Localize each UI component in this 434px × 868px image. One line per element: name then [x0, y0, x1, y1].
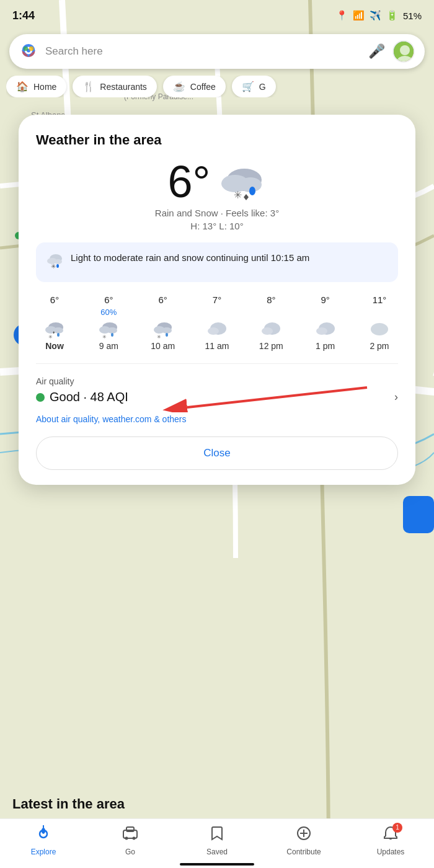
wifi-icon: 📶 — [353, 10, 365, 21]
svg-rect-14 — [403, 496, 434, 533]
weather-icon-main: ✳ — [216, 160, 266, 203]
chip-restaurants-label: Restaurants — [100, 82, 146, 92]
svg-point-53 — [262, 327, 273, 335]
svg-line-58 — [187, 388, 367, 407]
status-time: 1:44 — [12, 9, 35, 22]
grocery-icon: 🛒 — [242, 81, 254, 92]
latest-section: Latest in the area — [12, 796, 422, 818]
air-quality-chevron[interactable]: › — [394, 391, 398, 404]
close-button[interactable]: Close — [36, 436, 398, 470]
go-label: Go — [125, 848, 135, 856]
air-quality-row[interactable]: Good · 48 AQI › — [36, 390, 398, 404]
nav-updates[interactable]: 1 Updates — [347, 825, 434, 856]
nav-saved[interactable]: Saved — [174, 825, 260, 856]
air-quality-dot — [36, 393, 45, 402]
hour-10am: 6° ✳ 10 am — [144, 294, 182, 351]
temperature-row: 6° ✳ — [36, 159, 398, 204]
svg-point-33 — [56, 264, 59, 268]
location-icon: 📍 — [336, 10, 348, 21]
weather-alert: ✳ Light to moderate rain and snow contin… — [36, 242, 398, 282]
svg-point-56 — [371, 323, 388, 335]
svg-point-61 — [42, 829, 45, 833]
svg-point-65 — [133, 836, 136, 839]
hour-now: 6° ✳ Now — [36, 294, 73, 351]
air-quality-label: Good · 48 AQI — [50, 390, 128, 404]
svg-point-19 — [29, 46, 34, 51]
air-quality-status: Good · 48 AQI — [36, 390, 128, 404]
chip-grocery[interactable]: 🛒 G — [232, 76, 276, 97]
google-maps-logo — [19, 42, 38, 61]
chip-coffee[interactable]: ☕ Coffee — [163, 76, 226, 97]
svg-point-18 — [24, 46, 29, 51]
svg-text:✳: ✳ — [51, 263, 56, 270]
hour-12pm: 8° 12 pm — [252, 294, 290, 351]
svg-point-36 — [53, 327, 63, 334]
latest-title: Latest in the area — [12, 796, 422, 812]
saved-label: Saved — [206, 848, 228, 856]
battery-percent: 51% — [403, 11, 422, 21]
explore-label: Explore — [31, 848, 56, 856]
bottom-nav: Explore Go Saved Contribute 1 Updates — [0, 818, 434, 868]
svg-text:✳: ✳ — [157, 334, 161, 339]
svg-point-42 — [107, 327, 117, 334]
chip-coffee-label: Coffee — [190, 82, 216, 92]
updates-label: Updates — [377, 848, 405, 856]
nav-contribute[interactable]: Contribute — [260, 825, 347, 856]
hour-11am: 7° 11 am — [198, 294, 236, 351]
svg-text:✳: ✳ — [234, 190, 242, 200]
svg-text:✳: ✳ — [102, 334, 107, 339]
hourly-forecast: 6° ✳ Now 6° 60% ✳ 9 am 6° ✳ 10 am 7° 11 … — [36, 294, 398, 364]
category-chips: 🏠 Home 🍴 Restaurants ☕ Coffee 🛒 G — [6, 76, 428, 97]
weather-modal: Weather in the area 6° ✳ Rain and Snow ·… — [19, 115, 415, 485]
search-bar[interactable]: Search here 🎤 — [9, 34, 425, 69]
red-arrow-indicator — [138, 381, 373, 412]
svg-point-55 — [316, 327, 327, 335]
microphone-icon[interactable]: 🎤 — [368, 43, 385, 60]
svg-point-21 — [400, 45, 410, 55]
explore-icon — [35, 825, 51, 845]
svg-marker-28 — [244, 194, 249, 200]
air-quality-section: Air quality Good · 48 AQI › — [36, 376, 398, 404]
nav-explore[interactable]: Explore — [0, 825, 87, 856]
user-avatar[interactable] — [392, 40, 415, 63]
home-indicator — [180, 863, 254, 866]
restaurants-icon: 🍴 — [82, 81, 95, 92]
hour-2pm: 11° 2 pm — [361, 294, 398, 351]
updates-badge: 1 — [392, 823, 402, 833]
svg-point-64 — [125, 836, 128, 839]
contribute-icon — [296, 825, 312, 845]
high-low: H: 13° L: 10° — [36, 221, 398, 231]
svg-point-48 — [166, 333, 168, 337]
alert-text: Light to moderate rain and snow continui… — [71, 251, 309, 264]
updates-badge-wrap: 1 — [383, 825, 399, 845]
status-bar: 1:44 📍 📶 ✈️ 🔋 51% — [0, 0, 434, 31]
coffee-icon: ☕ — [173, 81, 185, 92]
hour-1pm: 9° 1 pm — [307, 294, 344, 351]
alert-cloud-icon: ✳ — [46, 252, 63, 273]
feels-like: Rain and Snow · Feels like: 3° — [36, 208, 398, 218]
airplane-icon: ✈️ — [370, 10, 381, 21]
temperature: 6° — [168, 159, 211, 204]
weather-title: Weather in the area — [36, 132, 398, 148]
svg-point-47 — [162, 327, 172, 334]
saved-icon — [209, 825, 225, 845]
chip-grocery-label: G — [259, 82, 266, 92]
svg-point-37 — [57, 333, 60, 337]
svg-text:✳: ✳ — [48, 334, 53, 339]
go-icon — [122, 825, 138, 845]
hour-9am: 6° 60% ✳ 9 am — [90, 294, 127, 351]
search-placeholder: Search here — [45, 45, 361, 58]
home-icon: 🏠 — [16, 81, 29, 92]
chip-home-label: Home — [33, 82, 56, 92]
svg-point-26 — [249, 187, 255, 195]
status-icons: 📍 📶 ✈️ 🔋 51% — [336, 10, 422, 21]
battery-icon: 🔋 — [386, 10, 398, 21]
svg-point-51 — [208, 327, 219, 335]
about-air-quality-link[interactable]: About air quality, weather.com & others — [36, 414, 398, 424]
contribute-label: Contribute — [286, 848, 321, 856]
nav-go[interactable]: Go — [87, 825, 174, 856]
svg-point-43 — [111, 333, 113, 337]
chip-restaurants[interactable]: 🍴 Restaurants — [73, 76, 156, 97]
chip-home[interactable]: 🏠 Home — [6, 76, 66, 97]
